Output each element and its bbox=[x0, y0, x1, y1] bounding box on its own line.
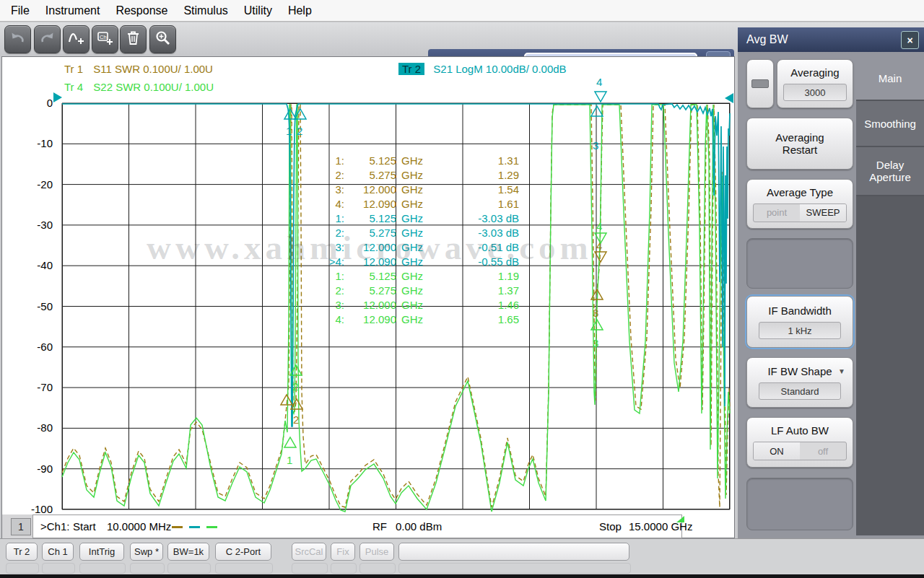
statusbar-button-blank[interactable] bbox=[398, 543, 629, 561]
marker-number: 3: bbox=[320, 183, 344, 197]
instrument-status-bar: Tr 2Ch 1IntTrigSwp *BW=1kC 2-PortSrcCalF… bbox=[0, 538, 924, 578]
status-stop-label: Stop bbox=[599, 520, 622, 533]
averaging-restart-label: Averaging Restart bbox=[760, 131, 840, 156]
menu-help[interactable]: Help bbox=[280, 4, 320, 17]
marker-value: -3.03 dB bbox=[435, 226, 519, 240]
marker-3-number: 3 bbox=[593, 139, 598, 152]
delete-button[interactable] bbox=[120, 25, 147, 53]
marker-value: 1.37 bbox=[435, 284, 519, 298]
tab-delay-aperture[interactable]: Delay Aperture bbox=[856, 147, 924, 196]
lf-auto-bw-on[interactable]: ON bbox=[754, 442, 800, 460]
average-type-point[interactable]: point bbox=[754, 204, 800, 222]
menu-bar: FileInstrumentResponseStimulusUtilityHel… bbox=[0, 0, 924, 22]
marker-1-symbol[interactable] bbox=[284, 437, 296, 447]
lf-auto-bw-off[interactable]: off bbox=[800, 442, 846, 460]
statusbar-ghost-button bbox=[130, 563, 165, 574]
chevron-down-icon: ▼ bbox=[838, 367, 845, 375]
marker-row: >4:12.090GHz-0.55 dB bbox=[320, 255, 519, 269]
statusbar-button-ch-1[interactable]: Ch 1 bbox=[42, 543, 74, 561]
statusbar-button-tr-2[interactable]: Tr 2 bbox=[6, 543, 38, 561]
add-channel-button[interactable]: Ch bbox=[92, 25, 118, 53]
trace1-id: Tr 1 bbox=[64, 63, 83, 75]
marker-frequency: 5.275 bbox=[344, 284, 396, 298]
channel-badge[interactable]: 1 bbox=[11, 518, 31, 535]
marker-value: 1.54 bbox=[435, 183, 519, 197]
marker-row: 1:5.125GHz-3.03 dB bbox=[320, 211, 519, 226]
lf-auto-bw-label: LF Auto BW bbox=[771, 424, 829, 437]
y-tick-label: -90 bbox=[21, 463, 53, 475]
menu-response[interactable]: Response bbox=[108, 4, 175, 17]
if-bandwidth-label: IF Bandwidth bbox=[768, 305, 832, 317]
tab-smoothing[interactable]: Smoothing bbox=[856, 101, 924, 147]
panel-title: Avg BW bbox=[746, 33, 788, 46]
marker-number: 1: bbox=[320, 269, 344, 284]
add-trace-button[interactable] bbox=[63, 25, 90, 53]
blank-softkey-1 bbox=[746, 238, 853, 289]
marker-unit: GHz bbox=[401, 183, 435, 197]
status-rf-value: 0.00 dBm bbox=[396, 520, 442, 533]
marker-frequency: 12.090 bbox=[344, 255, 396, 269]
average-type-toggle[interactable]: point SWEEP bbox=[753, 203, 847, 222]
trace2-legend[interactable]: Tr 2 S21 LogM 10.00dB/ 0.00dB bbox=[398, 63, 567, 75]
averaging-button[interactable]: Averaging 3000 bbox=[777, 59, 853, 108]
ref-level-arrow-left-icon bbox=[53, 92, 62, 102]
menu-stimulus[interactable]: Stimulus bbox=[175, 4, 235, 17]
marker-2-number: 2 bbox=[293, 413, 299, 426]
statusbar-button-srccal[interactable]: SrcCal bbox=[292, 543, 326, 561]
trace4-legend[interactable]: Tr 4 S22 SWR 0.100U/ 1.00U bbox=[64, 81, 214, 93]
y-tick-label: -20 bbox=[21, 178, 53, 191]
trace-color-dash bbox=[172, 526, 183, 528]
menu-utility[interactable]: Utility bbox=[236, 4, 280, 17]
statusbar-button-swp-[interactable]: Swp * bbox=[130, 543, 163, 561]
statusbar-button-c-2-port[interactable]: C 2-Port bbox=[215, 543, 271, 561]
statusbar-button-bw-1k[interactable]: BW=1k bbox=[167, 543, 209, 561]
average-type-button[interactable]: Average Type point SWEEP bbox=[746, 179, 853, 229]
marker-value: -0.51 dB bbox=[435, 240, 519, 255]
if-bw-shape-button[interactable]: IF BW Shape ▼ Standard bbox=[746, 357, 853, 408]
status-rf-label: RF bbox=[372, 520, 387, 533]
status-channel: >Ch1: bbox=[40, 520, 69, 533]
marker-row: 3:12.000GHz-0.51 dB bbox=[320, 240, 519, 255]
avg-bw-panel: Avg BW × MainSmoothingDelay Aperture Ave… bbox=[738, 27, 924, 540]
marker-frequency: 12.090 bbox=[344, 312, 396, 327]
marker-unit: GHz bbox=[401, 312, 435, 327]
marker-frequency: 5.275 bbox=[344, 226, 396, 240]
y-tick-label: -30 bbox=[21, 219, 53, 231]
trace2-def: S21 LogM 10.00dB/ 0.00dB bbox=[433, 63, 566, 75]
zoom-in-icon bbox=[154, 30, 171, 49]
marker-unit: GHz bbox=[401, 240, 435, 255]
marker-number: 4: bbox=[320, 197, 344, 211]
y-tick-label: -10 bbox=[21, 137, 53, 149]
marker-1-number: 1 bbox=[287, 454, 292, 466]
marker-frequency: 12.000 bbox=[344, 298, 396, 312]
zoom-in-button[interactable] bbox=[149, 25, 176, 53]
statusbar-button-fix[interactable]: Fix bbox=[331, 543, 355, 561]
averaging-toggle-button[interactable] bbox=[746, 59, 774, 108]
statusbar-button-pulse[interactable]: Pulse bbox=[359, 543, 394, 561]
averaging-restart-button[interactable]: Averaging Restart bbox=[746, 118, 853, 170]
close-icon[interactable]: × bbox=[901, 31, 919, 49]
if-bandwidth-button[interactable]: IF Bandwidth 1 kHz bbox=[746, 296, 853, 348]
statusbar-ghost-button bbox=[79, 563, 126, 574]
tab-label: Delay Aperture bbox=[860, 159, 920, 183]
menu-file[interactable]: File bbox=[3, 4, 38, 17]
tab-label: Main bbox=[860, 72, 920, 84]
tab-main[interactable]: Main bbox=[856, 56, 924, 101]
marker-unit: GHz bbox=[401, 284, 435, 298]
statusbar-button-inttrig[interactable]: IntTrig bbox=[79, 543, 124, 561]
y-tick-label: 0 bbox=[21, 97, 53, 109]
undo-icon bbox=[9, 30, 26, 49]
menu-instrument[interactable]: Instrument bbox=[38, 4, 108, 17]
marker-4-symbol[interactable] bbox=[595, 92, 606, 102]
lf-auto-bw-button[interactable]: LF Auto BW ON off bbox=[746, 417, 853, 468]
average-type-sweep[interactable]: SWEEP bbox=[800, 204, 846, 222]
sweep-position-icon bbox=[676, 516, 684, 522]
trace1-legend[interactable]: Tr 1 S11 SWR 0.100U/ 1.00U bbox=[64, 63, 213, 75]
channel-number-cell: 1 bbox=[2, 514, 32, 538]
svg-text:Ch: Ch bbox=[100, 34, 107, 40]
lf-auto-bw-toggle[interactable]: ON off bbox=[753, 442, 847, 460]
statusbar-ghost-button bbox=[215, 563, 273, 574]
averaging-label: Averaging bbox=[790, 66, 839, 79]
marker-3-symbol[interactable] bbox=[591, 106, 603, 116]
delete-icon bbox=[125, 30, 141, 49]
